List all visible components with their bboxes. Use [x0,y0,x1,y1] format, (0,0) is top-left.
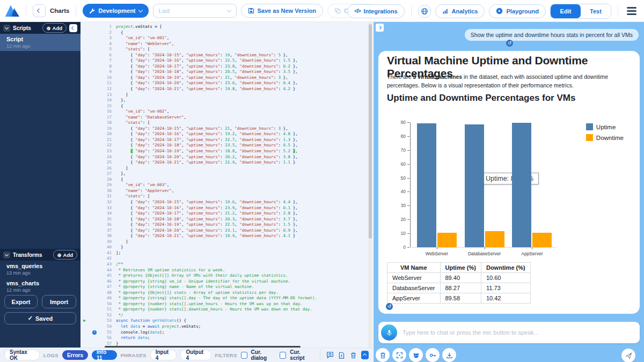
code-line[interactable]: 40 } [80,245,373,250]
code-line[interactable]: 44 * Retrieves VM uptime statistics for … [80,268,373,274]
code-line[interactable]: 12 { "day": "2024-10-21", "uptime_hours"… [80,86,373,92]
code-line[interactable]: 24 { "day": "2024-10-20", "uptime_hours"… [80,154,373,160]
saved-button[interactable]: ✓ Saved [4,312,76,324]
code-line[interactable]: 2 { [80,30,373,36]
mic-button[interactable] [381,324,397,341]
code-line[interactable]: 43/** [80,262,373,268]
code-line[interactable]: 11 { "day": "2024-10-20", "uptime_hours"… [80,80,373,86]
downtime-bar-databaseserver[interactable] [485,231,504,247]
run-line-icon[interactable]: ▶ [83,318,86,324]
code-line[interactable]: 34 { "day": "2024-10-17", "uptime_hours"… [80,211,373,217]
development-mode-button[interactable]: Development [83,4,148,18]
code-line[interactable]: 50 * @property {number} stats[].uptime_h… [80,301,373,307]
chat-clear-button[interactable] [376,348,390,362]
import-button[interactable]: Import ? [42,295,76,308]
code-line[interactable]: 36 { "day": "2024-10-19", "uptime_hours"… [80,222,373,228]
code-line[interactable]: 32 { "day": "2024-10-15", "uptime_hours"… [80,200,373,205]
uptime-bar-webserver[interactable] [417,123,436,247]
code-line[interactable]: 5 "stats": [ [80,47,373,53]
code-line[interactable]: 6 { "day": "2024-10-15", "uptime_hours":… [80,53,373,58]
code-line[interactable]: i55 console.log(data); [80,330,373,336]
downtime-bar-webserver[interactable] [437,233,457,247]
code-line[interactable]: 45 * @returns {Object[]} Array of VMs wi… [80,273,373,279]
code-line[interactable]: 9 { "day": "2024-10-18", "uptime_hours":… [80,69,373,75]
code-line[interactable]: 13 ] [80,92,373,98]
code-line[interactable]: 23 { "day": "2024-10-19", "uptime_hours"… [80,149,373,154]
input-count-pill[interactable]: Input 4 [150,350,177,360]
breadcrumb[interactable]: Charts [50,8,69,14]
code-line[interactable]: 16 "vm_id": "vm-002", [80,109,373,115]
code-line[interactable]: 7 { "day": "2024-10-16", "uptime_hours":… [80,58,373,64]
code-line[interactable]: 48 * @property {Object[]} stats - Array … [80,290,373,296]
add-script-button[interactable]: ⊕Add [42,23,67,33]
code-line[interactable]: 47 * @property {string} name - Name of t… [80,284,373,290]
playground-button[interactable]: Playground [489,4,546,18]
code-line[interactable]: 46 * @property {string} vm_id - Unique i… [80,279,373,285]
chat-key-button[interactable] [426,348,440,362]
response-undo-button[interactable]: ↺ [386,303,393,310]
menu-icon[interactable] [625,5,639,17]
cur-dialog-checkbox[interactable] [241,352,247,359]
scripts-collapse-icon[interactable] [3,25,10,32]
code-line[interactable]: 39 ] [80,239,373,245]
chat-download-button[interactable] [442,348,456,362]
delete-log-button[interactable] [349,351,357,359]
integrations-button[interactable]: </> Integrations [347,4,404,18]
chat-input[interactable]: Type here to chat or press the mic butto… [378,322,640,343]
code-line[interactable]: 15 { [80,104,373,109]
code-line[interactable]: 8 { "day": "2024-10-17", "uptime_hours":… [80,64,373,70]
code-line[interactable]: 10 { "day": "2024-10-19", "uptime_hours"… [80,75,373,81]
add-transform-button[interactable]: ⊕Add [53,250,77,260]
chat-send-button[interactable] [621,349,635,362]
tab-test[interactable]: Test [581,4,611,18]
errors-pill[interactable]: Errors [62,350,88,360]
code-line[interactable]: 30 "name": "AppServer", [80,188,373,194]
save-as-new-version-button[interactable]: Save as New Version [241,4,323,18]
code-line[interactable]: 41]; [80,250,373,256]
cur-script-checkbox[interactable] [280,352,286,359]
sidebar-collapse-button[interactable] [69,24,77,32]
code-line[interactable]: 18 "stats": [ [80,120,373,126]
code-line[interactable]: 33 { "day": "2024-10-16", "uptime_hours"… [80,205,373,211]
code-line[interactable]: ▶53async function getVmStats() { [80,318,373,324]
code-line[interactable]: 21 { "day": "2024-10-17", "uptime_hours"… [80,137,373,143]
editor-vertical-scrollbar[interactable] [368,22,372,348]
version-select[interactable]: Last [153,4,237,18]
analytics-button[interactable]: Analytics [435,4,485,18]
uptime-bar-databaseserver[interactable] [465,124,484,247]
collapse-panel-button[interactable] [361,351,369,359]
code-line[interactable]: 49 * @property {string} stats[].day - Th… [80,295,373,301]
code-line[interactable]: 25 { "day": "2024-10-21", "uptime_hours"… [80,160,373,166]
tab-edit[interactable]: Edit [551,4,581,18]
code-line[interactable]: 26 ] [80,166,373,172]
panel-expand-button[interactable] [376,24,384,32]
chat-expand-button[interactable] [392,348,406,362]
code-line[interactable]: 28 { [80,177,373,183]
code-line[interactable]: 19 { "day": "2024-10-15", "uptime_hours"… [80,126,373,132]
code-line[interactable]: 42 [80,256,373,262]
code-line[interactable]: 14 }, [80,98,373,104]
code-line[interactable]: 54 let data = await project.vmStats; [80,324,373,330]
code-line[interactable]: 27 }, [80,171,373,177]
output-count-pill[interactable]: Output 4 [180,350,211,360]
code-line[interactable]: 4 "name": "WebServer", [80,41,373,47]
sidebar-item-vms-charts[interactable]: vms_charts12 min ago [0,278,80,295]
info-pill[interactable]: Info 11 [92,350,117,360]
code-line[interactable]: 35 { "day": "2024-10-18", "uptime_hours"… [80,217,373,223]
code-line[interactable]: 17 "name": "DatabaseServer", [80,115,373,121]
code-line[interactable]: 31 "stats": [ [80,194,373,200]
uptime-bar-appserver[interactable] [512,123,531,247]
code-line[interactable]: 29 "vm_id": "vm-003", [80,182,373,188]
chat-bot-button[interactable] [409,348,423,362]
dialog-history-button[interactable] [326,351,334,359]
sidebar-item-script[interactable]: Script12 min ago [0,34,80,51]
message-undo-button[interactable]: ↺ [506,40,513,47]
code-line[interactable]: 52 */ [80,313,373,319]
code-line[interactable]: 37 { "day": "2024-10-20", "uptime_hours"… [80,228,373,234]
info-line-icon[interactable]: i [92,330,97,335]
code-line[interactable]: 56 return data; [80,335,373,341]
transforms-collapse-icon[interactable] [3,252,10,258]
code-line[interactable]: 20 { "day": "2024-10-16", "uptime_hours"… [80,131,373,137]
code-line[interactable]: 51 * @property {number} stats[].downtime… [80,307,373,313]
code-line[interactable]: 22 { "day": "2024-10-18", "uptime_hours"… [80,143,373,149]
